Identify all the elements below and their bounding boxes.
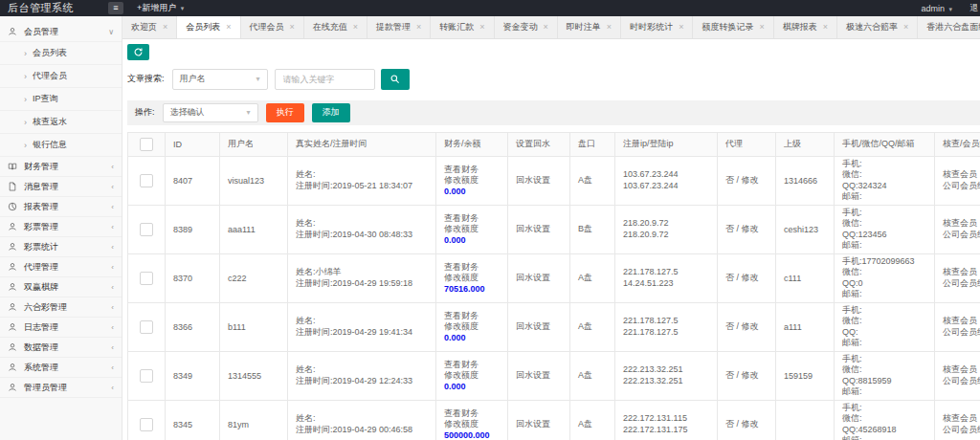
- sidebar-item[interactable]: 代理管理‹: [0, 257, 122, 277]
- row-checkbox[interactable]: [140, 223, 153, 236]
- close-icon[interactable]: ×: [679, 22, 683, 32]
- rebate-settings-link[interactable]: 回水设置: [516, 370, 569, 382]
- sidebar-item[interactable]: 系统管理‹: [0, 358, 122, 378]
- close-icon[interactable]: ×: [163, 22, 167, 32]
- rebate-settings-link[interactable]: 回水设置: [516, 273, 569, 284]
- rebate-settings-link[interactable]: 回水设置: [516, 321, 569, 333]
- tab[interactable]: 欢迎页×: [122, 16, 177, 38]
- execute-button[interactable]: 执行: [266, 103, 304, 122]
- agent-modify-link[interactable]: 否 / 修改: [725, 224, 775, 235]
- rebate-settings-link[interactable]: 回水设置: [516, 175, 569, 187]
- balance-link[interactable]: 0.000: [444, 235, 507, 247]
- view-finance-link[interactable]: 查看财务: [444, 165, 507, 176]
- hamburger-menu-icon[interactable]: ≡: [108, 2, 123, 14]
- sidebar-item[interactable]: 六合彩管理‹: [0, 297, 122, 318]
- search-field-select[interactable]: 用户名 ▾: [172, 69, 268, 90]
- tab[interactable]: 转账汇款×: [431, 16, 494, 38]
- operation-select[interactable]: 选择确认 ▾: [163, 103, 258, 122]
- sidebar-item[interactable]: 日志管理‹: [0, 318, 122, 338]
- sidebar-item[interactable]: 彩票管理‹: [0, 217, 122, 237]
- row-checkbox[interactable]: [140, 369, 153, 383]
- modify-quota-link[interactable]: 修改额度: [444, 273, 507, 284]
- view-finance-link[interactable]: 查看财务: [444, 408, 507, 420]
- sidebar-item[interactable]: 会员管理∨: [0, 22, 122, 42]
- close-icon[interactable]: ×: [290, 22, 295, 32]
- sidebar-item[interactable]: 消息管理‹: [0, 177, 122, 197]
- tab[interactable]: 代理会员×: [241, 16, 304, 38]
- view-finance-link[interactable]: 查看财务: [444, 213, 507, 225]
- chevron-down-icon: ▾: [247, 108, 251, 117]
- row-checkbox[interactable]: [140, 320, 153, 334]
- check-member-link[interactable]: 核查会员: [943, 316, 980, 327]
- refresh-button[interactable]: [127, 44, 149, 60]
- rebate-settings-link[interactable]: 回水设置: [516, 419, 569, 430]
- tab[interactable]: 资金变动×: [495, 16, 558, 38]
- sidebar-item[interactable]: 彩票统计‹: [0, 237, 122, 257]
- search-input[interactable]: [275, 69, 375, 90]
- modify-quota-link[interactable]: 修改额度: [444, 175, 507, 187]
- balance-link[interactable]: 0.000: [444, 333, 507, 344]
- agent-modify-link[interactable]: 否 / 修改: [725, 321, 775, 333]
- email: 邮箱:: [842, 338, 934, 349]
- close-icon[interactable]: ×: [226, 22, 231, 32]
- tab[interactable]: 香港六合盘面统计×: [918, 16, 980, 38]
- row-checkbox[interactable]: [140, 418, 153, 431]
- agent-modify-link[interactable]: 否 / 修改: [725, 273, 775, 284]
- check-member-link[interactable]: 核查会员: [943, 169, 980, 181]
- admin-menu[interactable]: admin ▾: [921, 4, 954, 13]
- chevron-left-icon: ‹: [111, 243, 114, 252]
- rebate-settings-link[interactable]: 回水设置: [516, 224, 569, 235]
- tab[interactable]: 即时注单×: [558, 16, 621, 38]
- check-member-link[interactable]: 核查会员: [943, 267, 980, 278]
- modify-quota-link[interactable]: 修改额度: [444, 419, 507, 430]
- modify-quota-link[interactable]: 修改额度: [444, 321, 507, 333]
- view-finance-link[interactable]: 查看财务: [444, 311, 507, 322]
- sidebar-item[interactable]: 数据管理‹: [0, 338, 122, 358]
- sidebar-item[interactable]: 双赢棋牌‹: [0, 277, 122, 297]
- balance-link[interactable]: 70516.000: [444, 284, 507, 296]
- balance-link[interactable]: 0.000: [444, 382, 507, 393]
- tab[interactable]: 极速六合赔率×: [837, 16, 918, 38]
- select-all-checkbox[interactable]: [140, 138, 153, 151]
- tab[interactable]: 会员列表×: [177, 16, 240, 38]
- tab[interactable]: 在线充值×: [304, 16, 368, 38]
- sidebar-subitem[interactable]: ›银行信息: [0, 134, 122, 157]
- sidebar-item[interactable]: 财务管理‹: [0, 157, 122, 177]
- check-member-link[interactable]: 核查会员: [943, 364, 980, 376]
- close-icon[interactable]: ×: [353, 22, 358, 32]
- tab[interactable]: 棋牌报表×: [774, 16, 837, 38]
- close-icon[interactable]: ×: [607, 22, 612, 32]
- balance-link[interactable]: 500000.000: [444, 430, 507, 440]
- sidebar-subitem[interactable]: ›代理会员: [0, 65, 122, 88]
- check-member-link[interactable]: 核查会员: [943, 218, 980, 230]
- sidebar-subitem[interactable]: ›IP查询: [0, 88, 122, 111]
- agent-modify-link[interactable]: 否 / 修改: [725, 419, 775, 430]
- tab[interactable]: 提款管理×: [368, 16, 431, 38]
- modify-quota-link[interactable]: 修改额度: [444, 370, 507, 382]
- row-checkbox[interactable]: [140, 174, 153, 187]
- close-icon[interactable]: ×: [479, 22, 484, 32]
- check-member-link[interactable]: 核查会员: [943, 413, 980, 425]
- view-finance-link[interactable]: 查看财务: [444, 360, 507, 371]
- close-icon[interactable]: ×: [759, 22, 764, 32]
- add-button[interactable]: 添加: [312, 103, 350, 122]
- close-icon[interactable]: ×: [416, 22, 421, 32]
- modify-quota-link[interactable]: 修改额度: [444, 224, 507, 235]
- sidebar-subitem[interactable]: ›核查返水: [0, 111, 122, 134]
- search-button[interactable]: [381, 69, 410, 90]
- close-icon[interactable]: ×: [823, 22, 828, 32]
- close-icon[interactable]: ×: [544, 22, 548, 32]
- new-user-button[interactable]: +新增用户 ▾: [137, 2, 186, 14]
- sidebar-item[interactable]: 报表管理‹: [0, 197, 122, 217]
- view-finance-link[interactable]: 查看财务: [444, 262, 507, 274]
- row-checkbox[interactable]: [140, 272, 153, 285]
- tab[interactable]: 时时彩统计×: [621, 16, 693, 38]
- agent-modify-link[interactable]: 否 / 修改: [725, 175, 775, 187]
- logout-button[interactable]: 退: [969, 2, 978, 14]
- sidebar-item[interactable]: 管理员管理‹: [0, 378, 122, 398]
- tab[interactable]: 额度转换记录×: [693, 16, 773, 38]
- close-icon[interactable]: ×: [903, 22, 908, 32]
- agent-modify-link[interactable]: 否 / 修改: [725, 370, 775, 382]
- sidebar-subitem[interactable]: ›会员列表: [0, 42, 122, 65]
- balance-link[interactable]: 0.000: [444, 187, 507, 198]
